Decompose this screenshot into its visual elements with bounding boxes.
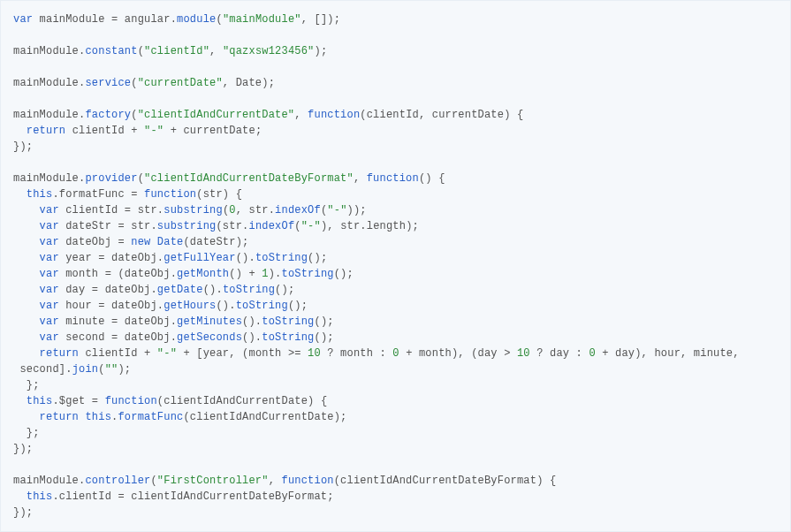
- code-line: [13, 59, 778, 75]
- code-token: "-": [157, 347, 177, 360]
- code-token: 0: [392, 347, 399, 360]
- code-token: [13, 347, 40, 360]
- code-token: var: [40, 331, 66, 344]
- code-token: ();: [315, 331, 334, 344]
- code-token: controller: [85, 475, 150, 487]
- code-token: ();: [288, 300, 308, 312]
- code-token: hour = dateObj.: [65, 300, 164, 312]
- code-line: var mainModule = angular.module("mainMod…: [13, 11, 778, 27]
- code-token: (: [131, 109, 137, 121]
- code-token: clientIdAndCurrentDateByFormat: [340, 475, 536, 487]
- code-token: constant: [85, 45, 137, 57]
- code-token: , Date);: [223, 77, 275, 89]
- code-token: "clientIdAndCurrentDateByFormat": [144, 172, 354, 185]
- code-token: function: [281, 475, 333, 487]
- code-token: ().: [203, 284, 223, 296]
- code-token: "": [105, 363, 118, 376]
- code-token: ), str.length);: [321, 220, 419, 232]
- code-token: new: [131, 236, 157, 248]
- code-token: join: [72, 363, 99, 376]
- code-token: (clientIdAndCurrentDate);: [183, 411, 346, 423]
- code-token: ));: [347, 204, 367, 217]
- code-line: [13, 91, 778, 107]
- code-token: });: [13, 141, 33, 153]
- code-token: getSeconds: [177, 331, 242, 344]
- code-token: ,: [269, 475, 282, 487]
- code-token: };: [13, 427, 40, 439]
- code-token: , str.: [236, 204, 275, 217]
- code-token: [13, 188, 27, 201]
- code-token: });: [13, 443, 33, 455]
- code-block[interactable]: var mainModule = angular.module("mainMod…: [13, 11, 778, 521]
- code-token: ().: [242, 315, 262, 328]
- code-token: ? month :: [321, 347, 392, 360]
- code-token: toString: [223, 284, 275, 296]
- code-token: .formatFunc =: [52, 188, 144, 201]
- code-token: indexOf: [248, 220, 294, 232]
- code-line: [13, 27, 778, 43]
- code-line: var year = dateObj.getFullYear().toStrin…: [13, 250, 778, 266]
- code-token: year = dateObj.: [65, 252, 164, 264]
- code-line: second].join("");: [13, 361, 778, 377]
- code-token: var: [40, 284, 66, 296]
- code-token: .$get =: [52, 395, 104, 407]
- code-token: ,: [354, 172, 367, 185]
- code-token: var: [40, 252, 66, 264]
- code-token: return: [40, 347, 86, 360]
- code-token: [13, 220, 40, 232]
- code-token: (: [360, 109, 366, 121]
- code-token: ().: [242, 331, 262, 344]
- code-token: 0: [229, 204, 235, 217]
- code-line: mainModule.service("currentDate", Date);: [13, 75, 778, 91]
- code-token: indexOf: [275, 204, 321, 217]
- code-token: function: [367, 172, 419, 185]
- code-token: (: [138, 172, 144, 185]
- code-token: getMinutes: [177, 315, 242, 328]
- code-token: this: [85, 411, 111, 423]
- code-token: [13, 204, 40, 217]
- code-token: formatFunc: [118, 411, 183, 423]
- code-token: };: [13, 379, 40, 391]
- code-token: substring: [164, 204, 223, 217]
- code-line: var day = dateObj.getDate().toString();: [13, 282, 778, 298]
- code-token: [13, 300, 40, 312]
- code-line: mainModule.provider("clientIdAndCurrentD…: [13, 171, 778, 186]
- code-token: var: [40, 315, 66, 328]
- code-token: getDate: [157, 284, 203, 296]
- code-token: getHours: [164, 300, 216, 312]
- code-token: mainModule = angular.: [40, 13, 177, 26]
- code-token: ) {: [308, 395, 327, 407]
- code-token: );: [315, 45, 328, 57]
- code-token: factory: [85, 109, 131, 121]
- code-token: second].: [13, 363, 72, 376]
- code-token: + month), (day >: [399, 347, 517, 360]
- code-token: return: [27, 125, 72, 137]
- code-token: 1: [262, 268, 268, 280]
- code-line: var dateStr = str.substring(str.indexOf(…: [13, 218, 778, 234]
- code-line: };: [13, 425, 778, 441]
- code-token: "clientIdAndCurrentDate": [138, 109, 295, 121]
- code-token: ();: [315, 315, 334, 328]
- code-line: this.$get = function(clientIdAndCurrentD…: [13, 393, 778, 409]
- code-token: );: [118, 363, 131, 376]
- code-token: (: [98, 363, 104, 376]
- code-token: dateStr = str.: [65, 220, 157, 232]
- code-line: var clientId = str.substring(0, str.inde…: [13, 202, 778, 218]
- code-token: [13, 315, 40, 328]
- code-line: mainModule.constant("clientId", "qazxsw1…: [13, 43, 778, 59]
- code-line: var minute = dateObj.getMinutes().toStri…: [13, 314, 778, 330]
- code-token: ().: [236, 252, 255, 264]
- code-token: ();: [275, 284, 294, 296]
- code-token: ();: [334, 268, 354, 280]
- code-token: getMonth: [177, 268, 229, 280]
- code-token: return: [40, 411, 86, 423]
- code-token: () {: [419, 172, 445, 185]
- code-token: [13, 252, 40, 264]
- code-token: this: [27, 395, 53, 407]
- code-token: ).: [269, 268, 282, 280]
- code-token: toString: [262, 331, 314, 344]
- code-token: (: [150, 475, 156, 487]
- code-token: + day), hour, minute,: [596, 347, 740, 360]
- code-token: clientId +: [72, 125, 144, 137]
- code-token: mainModule.: [13, 172, 85, 185]
